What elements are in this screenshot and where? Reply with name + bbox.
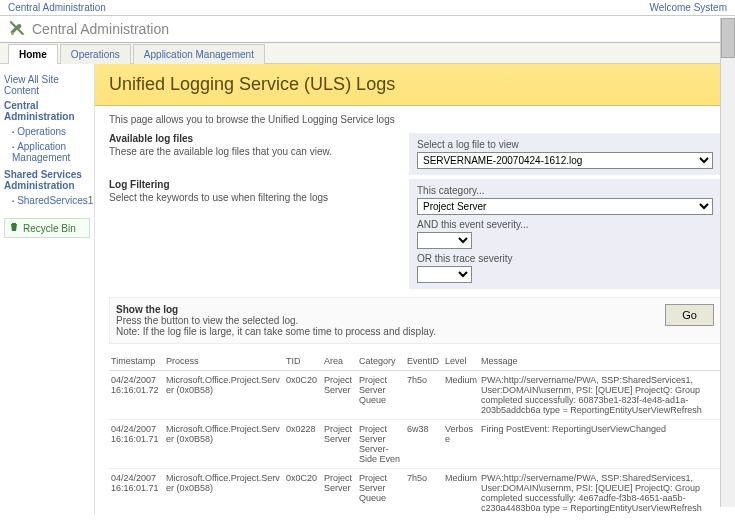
severity-select[interactable] (417, 232, 472, 249)
tab-operations[interactable]: Operations (60, 44, 131, 64)
cell-ts: 04/24/2007 16:16:01.72 (109, 371, 164, 420)
table-header-row: Timestamp Process TID Area Category Even… (109, 352, 721, 371)
recycle-bin[interactable]: Recycle Bin (4, 218, 90, 238)
page-intro: This page allows you to browse the Unifi… (109, 114, 721, 125)
th-process: Process (164, 352, 284, 371)
category-label: This category... (417, 185, 713, 196)
showlog-title: Show the log (116, 304, 657, 315)
cell-area: Project Server (322, 420, 357, 469)
cell-proc: Microsoft.Office.Project.Server (0x0B58) (164, 420, 284, 469)
log-file-select[interactable]: SERVERNAME-20070424-1612.log (417, 152, 713, 169)
cell-proc: Microsoft.Office.Project.Server (0x0B58) (164, 371, 284, 420)
cell-tid: 0x0C20 (284, 371, 322, 420)
available-files-text: These are the available log files that y… (109, 146, 409, 157)
cell-area: Project Server (322, 371, 357, 420)
cell-eid: 7h5o (405, 469, 443, 516)
cell-eid: 7h5o (405, 371, 443, 420)
severity-label: AND this event severity... (417, 219, 713, 230)
nav-head-ssa: Shared Services Administration (4, 169, 90, 191)
cell-tid: 0x0C20 (284, 469, 322, 516)
view-all-site-content[interactable]: View All Site Content (4, 74, 90, 96)
cell-lvl: Medium (443, 371, 479, 420)
th-area: Area (322, 352, 357, 371)
available-files-title: Available log files (109, 133, 409, 144)
th-category: Category (357, 352, 405, 371)
th-message: Message (479, 352, 721, 371)
nav-operations[interactable]: Operations (4, 124, 90, 139)
nav-app-mgmt[interactable]: Application Management (4, 139, 90, 165)
filtering-text: Select the keywords to use when filterin… (109, 192, 409, 203)
showlog-desc2: Note: If the log file is large, it can t… (116, 326, 657, 337)
category-select[interactable]: Project Server (417, 198, 713, 215)
th-tid: TID (284, 352, 322, 371)
log-table: Timestamp Process TID Area Category Even… (109, 352, 721, 515)
cell-msg: Firing PostEvent: ReportingUserViewChang… (479, 420, 721, 469)
cell-proc: Microsoft.Office.Project.Server (0x0B58) (164, 469, 284, 516)
content-area: Unified Logging Service (ULS) Logs This … (95, 64, 735, 515)
th-level: Level (443, 352, 479, 371)
table-row: 04/24/2007 16:16:01.72Microsoft.Office.P… (109, 371, 721, 420)
showlog-desc1: Press the button to view the selected lo… (116, 315, 657, 326)
go-button[interactable]: Go (665, 304, 714, 326)
scrollbar-thumb[interactable] (721, 18, 735, 58)
svg-point-0 (11, 32, 14, 35)
vertical-scrollbar[interactable] (720, 18, 735, 507)
title-bar: Central Administration (0, 16, 735, 43)
th-eventid: EventID (405, 352, 443, 371)
global-tabs: Home Operations Application Management (0, 43, 735, 64)
page-title: Unified Logging Service (ULS) Logs (109, 74, 721, 95)
wrench-screwdriver-icon (8, 20, 26, 38)
available-files-desc: Available log files These are the availa… (109, 133, 409, 175)
breadcrumb-left[interactable]: Central Administration (8, 2, 106, 13)
cell-tid: 0x0228 (284, 420, 322, 469)
cell-eid: 6w38 (405, 420, 443, 469)
table-row: 04/24/2007 16:16:01.71Microsoft.Office.P… (109, 420, 721, 469)
th-timestamp: Timestamp (109, 352, 164, 371)
cell-ts: 04/24/2007 16:16:01.71 (109, 469, 164, 516)
cell-lvl: Medium (443, 469, 479, 516)
cell-area: Project Server (322, 469, 357, 516)
tab-home[interactable]: Home (8, 44, 58, 64)
trace-select[interactable] (417, 266, 472, 283)
recycle-label: Recycle Bin (23, 223, 76, 234)
trace-label: OR this trace severity (417, 253, 713, 264)
left-nav: View All Site Content Central Administra… (0, 64, 95, 515)
filtering-title: Log Filtering (109, 179, 409, 190)
recycle-icon (9, 222, 23, 234)
page-title-block: Unified Logging Service (ULS) Logs (95, 64, 735, 106)
log-file-select-label: Select a log file to view (417, 139, 713, 150)
cell-ts: 04/24/2007 16:16:01.71 (109, 420, 164, 469)
breadcrumb-header: Central Administration Welcome System (0, 0, 735, 16)
filtering-desc: Log Filtering Select the keywords to use… (109, 179, 409, 289)
cell-cat: Project Server Server-Side Even (357, 420, 405, 469)
nav-sharedservices1[interactable]: SharedServices1 (4, 193, 90, 208)
tab-app-mgmt[interactable]: Application Management (133, 44, 265, 64)
cell-msg: PWA:http://servername/PWA, SSP:SharedSer… (479, 371, 721, 420)
cell-msg: PWA:http://servername/PWA, SSP:SharedSer… (479, 469, 721, 516)
cell-cat: Project Server Queue (357, 371, 405, 420)
nav-head-ca: Central Administration (4, 100, 90, 122)
welcome-link[interactable]: Welcome System (649, 2, 727, 13)
table-row: 04/24/2007 16:16:01.71Microsoft.Office.P… (109, 469, 721, 516)
svg-rect-1 (12, 223, 16, 224)
cell-cat: Project Server Queue (357, 469, 405, 516)
cell-lvl: Verbose (443, 420, 479, 469)
site-title: Central Administration (32, 21, 169, 37)
